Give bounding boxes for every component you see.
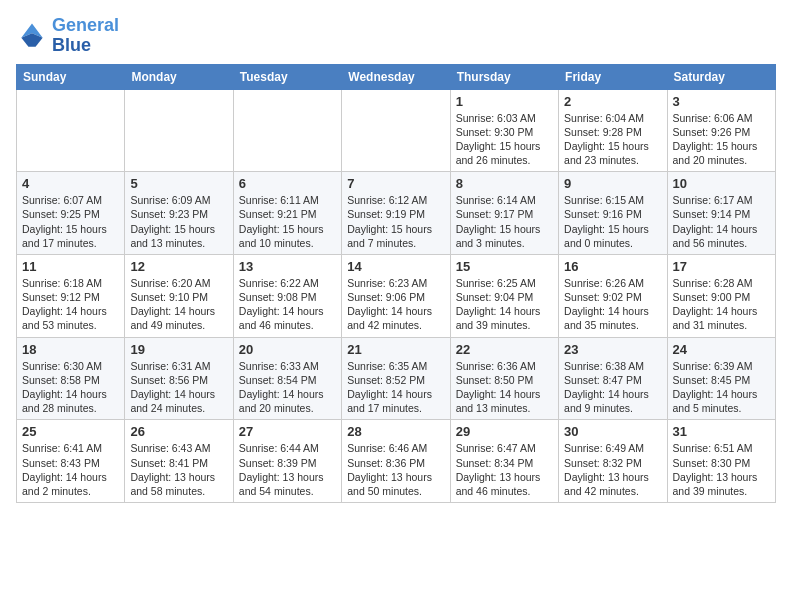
day-number: 30: [564, 424, 661, 439]
day-detail: Sunrise: 6:49 AM Sunset: 8:32 PM Dayligh…: [564, 441, 661, 498]
day-number: 1: [456, 94, 553, 109]
day-cell: 14Sunrise: 6:23 AM Sunset: 9:06 PM Dayli…: [342, 254, 450, 337]
day-number: 16: [564, 259, 661, 274]
day-number: 6: [239, 176, 336, 191]
day-number: 31: [673, 424, 770, 439]
day-number: 23: [564, 342, 661, 357]
day-detail: Sunrise: 6:47 AM Sunset: 8:34 PM Dayligh…: [456, 441, 553, 498]
day-cell: 11Sunrise: 6:18 AM Sunset: 9:12 PM Dayli…: [17, 254, 125, 337]
col-header-sunday: Sunday: [17, 64, 125, 89]
day-detail: Sunrise: 6:09 AM Sunset: 9:23 PM Dayligh…: [130, 193, 227, 250]
day-cell: 4Sunrise: 6:07 AM Sunset: 9:25 PM Daylig…: [17, 172, 125, 255]
day-detail: Sunrise: 6:43 AM Sunset: 8:41 PM Dayligh…: [130, 441, 227, 498]
day-cell: 15Sunrise: 6:25 AM Sunset: 9:04 PM Dayli…: [450, 254, 558, 337]
day-cell: 1Sunrise: 6:03 AM Sunset: 9:30 PM Daylig…: [450, 89, 558, 172]
day-cell: 24Sunrise: 6:39 AM Sunset: 8:45 PM Dayli…: [667, 337, 775, 420]
day-cell: 26Sunrise: 6:43 AM Sunset: 8:41 PM Dayli…: [125, 420, 233, 503]
day-cell: 18Sunrise: 6:30 AM Sunset: 8:58 PM Dayli…: [17, 337, 125, 420]
day-number: 28: [347, 424, 444, 439]
week-row-2: 4Sunrise: 6:07 AM Sunset: 9:25 PM Daylig…: [17, 172, 776, 255]
day-number: 21: [347, 342, 444, 357]
week-row-3: 11Sunrise: 6:18 AM Sunset: 9:12 PM Dayli…: [17, 254, 776, 337]
day-detail: Sunrise: 6:36 AM Sunset: 8:50 PM Dayligh…: [456, 359, 553, 416]
day-cell: 2Sunrise: 6:04 AM Sunset: 9:28 PM Daylig…: [559, 89, 667, 172]
logo: General Blue: [16, 16, 119, 56]
day-detail: Sunrise: 6:51 AM Sunset: 8:30 PM Dayligh…: [673, 441, 770, 498]
day-cell: 21Sunrise: 6:35 AM Sunset: 8:52 PM Dayli…: [342, 337, 450, 420]
day-detail: Sunrise: 6:33 AM Sunset: 8:54 PM Dayligh…: [239, 359, 336, 416]
day-number: 11: [22, 259, 119, 274]
logo-icon: [16, 20, 48, 52]
day-cell: 31Sunrise: 6:51 AM Sunset: 8:30 PM Dayli…: [667, 420, 775, 503]
day-detail: Sunrise: 6:11 AM Sunset: 9:21 PM Dayligh…: [239, 193, 336, 250]
day-number: 27: [239, 424, 336, 439]
day-number: 12: [130, 259, 227, 274]
day-cell: 22Sunrise: 6:36 AM Sunset: 8:50 PM Dayli…: [450, 337, 558, 420]
day-cell: 20Sunrise: 6:33 AM Sunset: 8:54 PM Dayli…: [233, 337, 341, 420]
day-cell: 12Sunrise: 6:20 AM Sunset: 9:10 PM Dayli…: [125, 254, 233, 337]
day-number: 17: [673, 259, 770, 274]
day-detail: Sunrise: 6:28 AM Sunset: 9:00 PM Dayligh…: [673, 276, 770, 333]
day-detail: Sunrise: 6:46 AM Sunset: 8:36 PM Dayligh…: [347, 441, 444, 498]
day-detail: Sunrise: 6:35 AM Sunset: 8:52 PM Dayligh…: [347, 359, 444, 416]
day-cell: 29Sunrise: 6:47 AM Sunset: 8:34 PM Dayli…: [450, 420, 558, 503]
day-number: 5: [130, 176, 227, 191]
day-detail: Sunrise: 6:04 AM Sunset: 9:28 PM Dayligh…: [564, 111, 661, 168]
day-cell: 7Sunrise: 6:12 AM Sunset: 9:19 PM Daylig…: [342, 172, 450, 255]
week-row-1: 1Sunrise: 6:03 AM Sunset: 9:30 PM Daylig…: [17, 89, 776, 172]
logo-text: General Blue: [52, 16, 119, 56]
day-detail: Sunrise: 6:20 AM Sunset: 9:10 PM Dayligh…: [130, 276, 227, 333]
col-header-saturday: Saturday: [667, 64, 775, 89]
day-number: 10: [673, 176, 770, 191]
day-cell: 10Sunrise: 6:17 AM Sunset: 9:14 PM Dayli…: [667, 172, 775, 255]
day-detail: Sunrise: 6:31 AM Sunset: 8:56 PM Dayligh…: [130, 359, 227, 416]
day-number: 19: [130, 342, 227, 357]
day-detail: Sunrise: 6:07 AM Sunset: 9:25 PM Dayligh…: [22, 193, 119, 250]
day-detail: Sunrise: 6:06 AM Sunset: 9:26 PM Dayligh…: [673, 111, 770, 168]
day-detail: Sunrise: 6:22 AM Sunset: 9:08 PM Dayligh…: [239, 276, 336, 333]
day-number: 14: [347, 259, 444, 274]
day-cell: [17, 89, 125, 172]
day-cell: [125, 89, 233, 172]
day-detail: Sunrise: 6:17 AM Sunset: 9:14 PM Dayligh…: [673, 193, 770, 250]
day-number: 26: [130, 424, 227, 439]
day-number: 3: [673, 94, 770, 109]
day-cell: 30Sunrise: 6:49 AM Sunset: 8:32 PM Dayli…: [559, 420, 667, 503]
day-number: 8: [456, 176, 553, 191]
day-detail: Sunrise: 6:14 AM Sunset: 9:17 PM Dayligh…: [456, 193, 553, 250]
day-detail: Sunrise: 6:44 AM Sunset: 8:39 PM Dayligh…: [239, 441, 336, 498]
day-cell: 17Sunrise: 6:28 AM Sunset: 9:00 PM Dayli…: [667, 254, 775, 337]
day-cell: 16Sunrise: 6:26 AM Sunset: 9:02 PM Dayli…: [559, 254, 667, 337]
col-header-wednesday: Wednesday: [342, 64, 450, 89]
col-header-thursday: Thursday: [450, 64, 558, 89]
day-cell: 23Sunrise: 6:38 AM Sunset: 8:47 PM Dayli…: [559, 337, 667, 420]
week-row-4: 18Sunrise: 6:30 AM Sunset: 8:58 PM Dayli…: [17, 337, 776, 420]
day-number: 4: [22, 176, 119, 191]
day-number: 24: [673, 342, 770, 357]
day-number: 18: [22, 342, 119, 357]
day-detail: Sunrise: 6:03 AM Sunset: 9:30 PM Dayligh…: [456, 111, 553, 168]
day-number: 22: [456, 342, 553, 357]
day-detail: Sunrise: 6:26 AM Sunset: 9:02 PM Dayligh…: [564, 276, 661, 333]
day-number: 7: [347, 176, 444, 191]
col-header-monday: Monday: [125, 64, 233, 89]
day-cell: 28Sunrise: 6:46 AM Sunset: 8:36 PM Dayli…: [342, 420, 450, 503]
day-detail: Sunrise: 6:12 AM Sunset: 9:19 PM Dayligh…: [347, 193, 444, 250]
day-cell: 3Sunrise: 6:06 AM Sunset: 9:26 PM Daylig…: [667, 89, 775, 172]
day-number: 20: [239, 342, 336, 357]
week-row-5: 25Sunrise: 6:41 AM Sunset: 8:43 PM Dayli…: [17, 420, 776, 503]
day-cell: 25Sunrise: 6:41 AM Sunset: 8:43 PM Dayli…: [17, 420, 125, 503]
day-cell: 9Sunrise: 6:15 AM Sunset: 9:16 PM Daylig…: [559, 172, 667, 255]
day-cell: 13Sunrise: 6:22 AM Sunset: 9:08 PM Dayli…: [233, 254, 341, 337]
day-detail: Sunrise: 6:30 AM Sunset: 8:58 PM Dayligh…: [22, 359, 119, 416]
page-header: General Blue: [16, 16, 776, 56]
day-number: 13: [239, 259, 336, 274]
col-header-tuesday: Tuesday: [233, 64, 341, 89]
day-cell: 19Sunrise: 6:31 AM Sunset: 8:56 PM Dayli…: [125, 337, 233, 420]
day-cell: 8Sunrise: 6:14 AM Sunset: 9:17 PM Daylig…: [450, 172, 558, 255]
day-cell: 6Sunrise: 6:11 AM Sunset: 9:21 PM Daylig…: [233, 172, 341, 255]
day-number: 25: [22, 424, 119, 439]
day-cell: 5Sunrise: 6:09 AM Sunset: 9:23 PM Daylig…: [125, 172, 233, 255]
day-cell: [342, 89, 450, 172]
day-number: 15: [456, 259, 553, 274]
